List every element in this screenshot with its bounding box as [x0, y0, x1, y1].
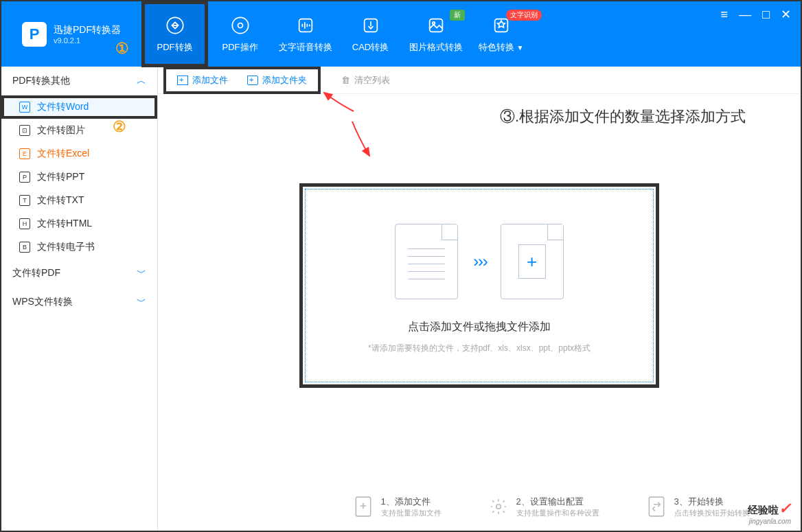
svg-rect-5: [429, 19, 442, 32]
tab-pdf-convert[interactable]: PDF转换: [142, 1, 207, 67]
sidebar: PDF转换其他 ︿ W 文件转Word ② ⊡ 文件转图片 E 文件转Excel…: [1, 67, 158, 531]
toolbar-group-highlighted: 添加文件 添加文件夹: [166, 69, 318, 91]
svg-point-6: [432, 21, 435, 24]
clear-list-button[interactable]: 🗑 清空列表: [332, 71, 400, 90]
add-folder-icon: [247, 76, 258, 85]
step-sub: 支持批量添加文件: [381, 508, 442, 518]
add-file-button[interactable]: 添加文件: [168, 71, 238, 90]
annotation-arrow-icon: [349, 118, 376, 159]
dropzone[interactable]: › › › + 点击添加文件或拖拽文件添加 *请添加需要转换的文件，支持pdf、…: [305, 189, 654, 382]
main: PDF转换其他 ︿ W 文件转Word ② ⊡ 文件转图片 E 文件转Excel…: [1, 67, 801, 531]
chevron-down-icon: ﹀: [137, 267, 146, 279]
step-3: 3、开始转换 点击转换按钮开始转换: [647, 495, 750, 518]
chevron-down-icon: ▼: [517, 44, 524, 51]
file-ppt-icon: P: [19, 172, 30, 183]
logo-icon: P: [22, 22, 47, 47]
bottom-steps: 1、添加文件 支持批量添加文件 2、设置输出配置 支持批量操作和各种设置 3、开…: [330, 495, 773, 518]
badge-ocr: 文字识别: [506, 10, 542, 21]
convert-icon: [165, 15, 185, 36]
file-excel-icon: E: [19, 148, 30, 159]
svg-rect-12: [649, 497, 663, 516]
sidebar-item-image[interactable]: ⊡ 文件转图片: [1, 119, 157, 142]
menu-button[interactable]: ≡: [721, 8, 729, 21]
nav-tabs: PDF转换 PDF操作 文字语音转换 CAD转换 新 图片格式转换 文字识别 特…: [142, 1, 534, 67]
svg-point-11: [496, 505, 501, 509]
step-convert-icon: [647, 495, 666, 518]
sidebar-item-label: 文件转HTML: [37, 218, 92, 230]
tab-text-speech[interactable]: 文字语音转换: [273, 1, 338, 67]
step-title: 2、设置输出配置: [516, 496, 599, 508]
file-word-icon: W: [19, 102, 30, 113]
file-image-icon: ⊡: [19, 125, 30, 136]
nav-label: PDF转换: [157, 41, 193, 54]
minimize-button[interactable]: —: [739, 8, 751, 21]
svg-point-2: [238, 23, 242, 27]
chevron-down-icon: ﹀: [137, 296, 146, 308]
sidebar-item-ebook[interactable]: B 文件转电子书: [1, 235, 157, 259]
step-sub: 点击转换按钮开始转换: [674, 508, 750, 518]
file-ebook-icon: B: [19, 242, 30, 253]
badge-new: 新: [450, 10, 465, 21]
sidebar-item-excel[interactable]: E 文件转Excel: [1, 142, 157, 165]
header: P 迅捷PDF转换器 v9.0.2.1 ① PDF转换 PDF操作 文字语音转换…: [1, 1, 801, 67]
app-version: v9.0.2.1: [54, 36, 121, 45]
add-file-icon: [177, 76, 188, 85]
annotation-3-text: ③.根据添加文件的数量选择添加方式: [500, 106, 746, 127]
step-gear-icon: [489, 495, 508, 518]
nav-label: 文字语音转换: [279, 41, 332, 54]
tab-image[interactable]: 新 图片格式转换: [403, 1, 468, 67]
step-title: 1、添加文件: [381, 496, 442, 508]
toolbar: 添加文件 添加文件夹 🗑 清空列表: [158, 67, 801, 94]
sidebar-item-ppt[interactable]: P 文件转PPT: [1, 165, 157, 189]
file-html-icon: H: [19, 218, 30, 229]
file-txt-icon: T: [19, 195, 30, 206]
sidebar-item-label: 文件转PPT: [37, 171, 84, 183]
sidebar-item-label: 文件转Word: [37, 101, 89, 113]
sidebar-item-label: 文件转Excel: [37, 148, 89, 160]
step-add-icon: [354, 495, 373, 518]
sidebar-item-label: 文件转电子书: [37, 241, 95, 253]
dropzone-container: › › › + 点击添加文件或拖拽文件添加 *请添加需要转换的文件，支持pdf、…: [299, 183, 659, 388]
nav-label: PDF操作: [222, 41, 258, 54]
tab-cad[interactable]: CAD转换: [338, 1, 403, 67]
tab-special[interactable]: 文字识别 特色转换▼: [468, 1, 534, 67]
nav-label: 特色转换▼: [479, 41, 524, 54]
app-name: 迅捷PDF转换器: [54, 24, 121, 36]
dropzone-sub-text: *请添加需要转换的文件，支持pdf、xls、xlsx、ppt、pptx格式: [326, 343, 632, 354]
document-icon: [395, 224, 458, 299]
window-controls: ≡ — □ ✕: [721, 8, 791, 21]
step-title: 3、开始转换: [674, 496, 750, 508]
cad-icon: [360, 15, 381, 36]
plus-icon: +: [518, 244, 546, 279]
watermark: 经验啦✓ jingyanla.com: [748, 500, 791, 525]
operate-icon: [230, 15, 251, 36]
sidebar-section-wps[interactable]: WPS文件转换 ﹀: [1, 288, 157, 316]
image-icon: [426, 15, 446, 36]
document-add-icon: +: [501, 224, 564, 299]
sidebar-item-word[interactable]: W 文件转Word: [1, 95, 157, 119]
content: 添加文件 添加文件夹 🗑 清空列表 ③.根据添加文件的数量选择添加方式: [158, 67, 801, 531]
arrows-icon: › › ›: [473, 252, 485, 271]
maximize-button[interactable]: □: [762, 8, 770, 21]
speech-icon: [295, 15, 316, 36]
dropzone-main-text: 点击添加文件或拖拽文件添加: [326, 320, 632, 334]
chevron-up-icon: ︿: [137, 75, 146, 87]
svg-point-1: [232, 17, 248, 33]
sidebar-section-pdf-other[interactable]: PDF转换其他 ︿: [1, 67, 157, 95]
sidebar-item-html[interactable]: H 文件转HTML: [1, 212, 157, 235]
step-2: 2、设置输出配置 支持批量操作和各种设置: [489, 495, 599, 518]
step-sub: 支持批量操作和各种设置: [516, 508, 599, 518]
sidebar-item-label: 文件转TXT: [37, 194, 84, 207]
annotation-1: ①: [115, 40, 129, 58]
sidebar-section-to-pdf[interactable]: 文件转PDF ﹀: [1, 259, 157, 288]
trash-icon: 🗑: [341, 75, 350, 85]
step-1: 1、添加文件 支持批量添加文件: [354, 495, 442, 518]
close-button[interactable]: ✕: [781, 8, 791, 21]
add-folder-button[interactable]: 添加文件夹: [238, 71, 317, 90]
nav-label: 图片格式转换: [409, 41, 463, 54]
sidebar-item-txt[interactable]: T 文件转TXT: [1, 189, 157, 212]
annotation-2: ②: [113, 118, 126, 136]
sidebar-item-label: 文件转图片: [37, 124, 85, 137]
nav-label: CAD转换: [352, 41, 389, 54]
tab-pdf-operate[interactable]: PDF操作: [207, 1, 273, 67]
